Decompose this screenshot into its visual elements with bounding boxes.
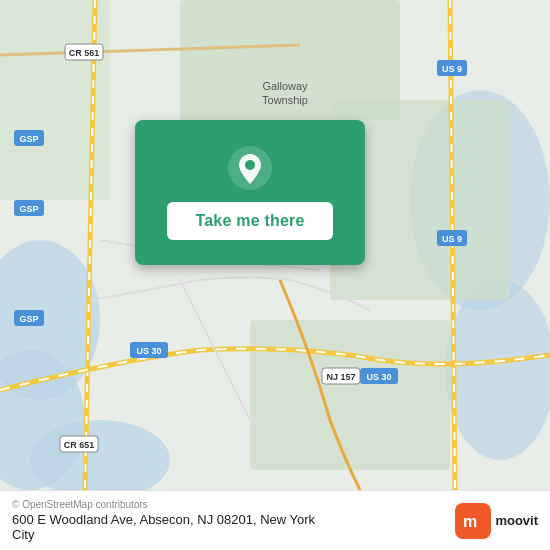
moovit-svg: m	[461, 509, 485, 533]
svg-rect-7	[250, 320, 450, 470]
bottom-bar: © OpenStreetMap contributors 600 E Woodl…	[0, 490, 550, 550]
svg-text:US 9: US 9	[442, 234, 462, 244]
address-section: © OpenStreetMap contributors 600 E Woodl…	[12, 499, 315, 542]
svg-text:GSP: GSP	[19, 134, 38, 144]
svg-text:CR 561: CR 561	[69, 48, 100, 58]
svg-point-37	[245, 160, 255, 170]
svg-text:GSP: GSP	[19, 314, 38, 324]
map-view: GSP GSP GSP US 9 US 9 CR 561 US 30 US 30…	[0, 0, 550, 490]
svg-text:Township: Township	[262, 94, 308, 106]
svg-text:US 30: US 30	[366, 372, 391, 382]
moovit-logo: m moovit	[455, 503, 538, 539]
moovit-icon: m	[455, 503, 491, 539]
address-city: City	[12, 527, 315, 542]
moovit-label: moovit	[495, 513, 538, 528]
svg-text:m: m	[463, 513, 477, 530]
location-pin-icon	[228, 146, 272, 190]
address-text: 600 E Woodland Ave, Absecon, NJ 08201, N…	[12, 512, 315, 527]
svg-point-4	[445, 280, 550, 460]
svg-text:US 9: US 9	[442, 64, 462, 74]
svg-text:Galloway: Galloway	[262, 80, 308, 92]
take-me-there-button[interactable]: Take me there	[167, 202, 332, 240]
svg-text:GSP: GSP	[19, 204, 38, 214]
svg-text:NJ 157: NJ 157	[326, 372, 355, 382]
svg-text:US 30: US 30	[136, 346, 161, 356]
svg-text:CR 651: CR 651	[64, 440, 95, 450]
attribution-text: © OpenStreetMap contributors	[12, 499, 315, 510]
location-card: Take me there	[135, 120, 365, 265]
